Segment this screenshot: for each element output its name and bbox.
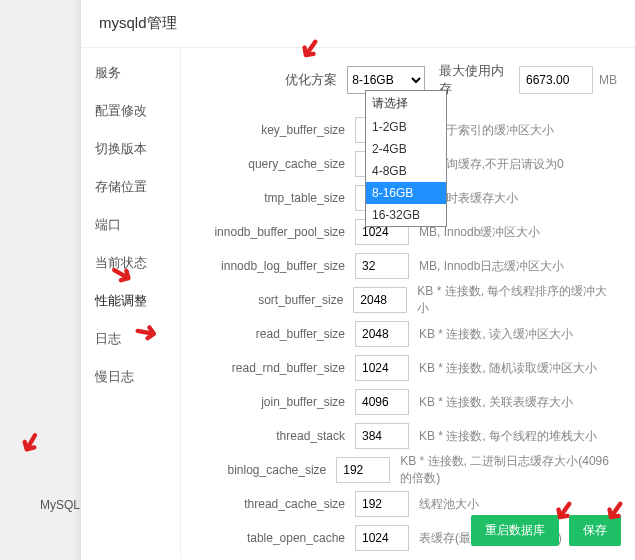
setting-label: thread_stack — [199, 429, 355, 443]
sidebar-item-6[interactable]: 性能调整 — [81, 282, 180, 320]
button-bar: 重启数据库 保存 — [471, 515, 621, 546]
dropdown-option[interactable]: 4-8GB — [366, 160, 446, 182]
setting-input[interactable] — [355, 491, 409, 517]
sidebar-item-8[interactable]: 慢日志 — [81, 358, 180, 396]
setting-desc: MB, Innodb日志缓冲区大小 — [419, 258, 564, 275]
sidebar-item-5[interactable]: 当前状态 — [81, 244, 180, 282]
sidebar-item-2[interactable]: 切换版本 — [81, 130, 180, 168]
setting-input[interactable] — [355, 321, 409, 347]
setting-label: binlog_cache_size — [199, 463, 336, 477]
modal-title: mysqld管理 — [81, 0, 635, 48]
setting-desc: KB * 连接数, 读入缓冲区大小 — [419, 326, 573, 343]
max-mem-label: 最大使用内存 — [439, 62, 513, 98]
setting-input[interactable] — [355, 389, 409, 415]
setting-input[interactable] — [355, 253, 409, 279]
dropdown-option[interactable]: 16-32GB — [366, 204, 446, 226]
setting-label: key_buffer_size — [199, 123, 355, 137]
setting-input[interactable] — [355, 355, 409, 381]
setting-label: join_buffer_size — [199, 395, 355, 409]
dropdown-option[interactable]: 请选择 — [366, 91, 446, 116]
max-mem-unit: MB — [599, 73, 617, 87]
setting-label: query_cache_size — [199, 157, 355, 171]
modal: mysqld管理 服务配置修改切换版本存储位置端口当前状态性能调整日志慢日志 优… — [80, 0, 635, 560]
setting-input[interactable] — [353, 287, 407, 313]
main-panel: 优化方案 8-16GB 最大使用内存 MB key_buffer_sizeB, … — [181, 48, 635, 558]
dropdown-option[interactable]: 8-16GB — [366, 182, 446, 204]
sidebar-item-1[interactable]: 配置修改 — [81, 92, 180, 130]
setting-desc: KB * 连接数, 随机读取缓冲区大小 — [419, 360, 597, 377]
setting-label: thread_cache_size — [199, 497, 355, 511]
setting-label: sort_buffer_size — [199, 293, 353, 307]
setting-row: read_rnd_buffer_sizeKB * 连接数, 随机读取缓冲区大小 — [199, 354, 617, 382]
optimize-dropdown: 请选择1-2GB2-4GB4-8GB8-16GB16-32GB — [365, 90, 447, 227]
setting-row: sort_buffer_sizeKB * 连接数, 每个线程排序的缓冲大小 — [199, 286, 617, 314]
setting-input[interactable] — [355, 423, 409, 449]
setting-label: read_rnd_buffer_size — [199, 361, 355, 375]
setting-label: tmp_table_size — [199, 191, 355, 205]
arrow-annotation: ➜ — [11, 424, 51, 460]
sidebar: 服务配置修改切换版本存储位置端口当前状态性能调整日志慢日志 — [81, 48, 181, 558]
setting-row: join_buffer_sizeKB * 连接数, 关联表缓存大小 — [199, 388, 617, 416]
setting-row: innodb_log_buffer_sizeMB, Innodb日志缓冲区大小 — [199, 252, 617, 280]
setting-desc: KB * 连接数, 每个线程的堆栈大小 — [419, 428, 597, 445]
dropdown-option[interactable]: 1-2GB — [366, 116, 446, 138]
setting-row: read_buffer_sizeKB * 连接数, 读入缓冲区大小 — [199, 320, 617, 348]
setting-row: thread_stackKB * 连接数, 每个线程的堆栈大小 — [199, 422, 617, 450]
save-button[interactable]: 保存 — [569, 515, 621, 546]
setting-row: binlog_cache_sizeKB * 连接数, 二进制日志缓存大小(409… — [199, 456, 617, 484]
restart-db-button[interactable]: 重启数据库 — [471, 515, 559, 546]
setting-label: read_buffer_size — [199, 327, 355, 341]
setting-label: table_open_cache — [199, 531, 355, 545]
dropdown-option[interactable]: 2-4GB — [366, 138, 446, 160]
setting-label: innodb_log_buffer_size — [199, 259, 355, 273]
max-mem-input[interactable] — [519, 66, 593, 94]
setting-desc: KB * 连接数, 每个线程排序的缓冲大小 — [417, 283, 617, 317]
sidebar-item-7[interactable]: 日志 — [81, 320, 180, 358]
sidebar-item-3[interactable]: 存储位置 — [81, 168, 180, 206]
setting-input[interactable] — [336, 457, 390, 483]
setting-row: thread_cache_size线程池大小 — [199, 490, 617, 518]
setting-desc: KB * 连接数, 关联表缓存大小 — [419, 394, 573, 411]
setting-desc: 线程池大小 — [419, 496, 479, 513]
setting-desc: KB * 连接数, 二进制日志缓存大小(4096的倍数) — [400, 453, 617, 487]
sidebar-item-0[interactable]: 服务 — [81, 54, 180, 92]
optimize-label: 优化方案 — [199, 71, 347, 89]
setting-label: innodb_buffer_pool_size — [199, 225, 355, 239]
sidebar-item-4[interactable]: 端口 — [81, 206, 180, 244]
setting-input[interactable] — [355, 525, 409, 551]
